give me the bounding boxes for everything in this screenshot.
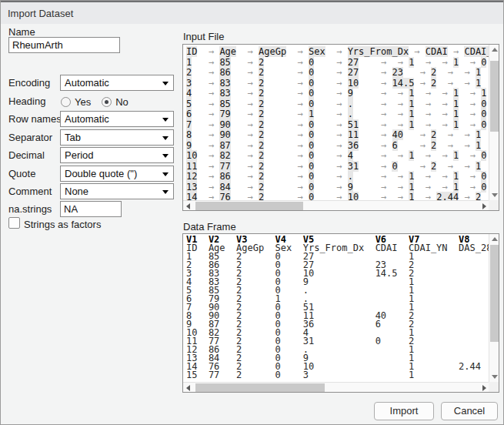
heading-radio-group: YesNo <box>61 95 129 109</box>
data-frame-box: V1 V2 V3 V4 V5 V6 V7 V8 ID Age AgeGp Sex… <box>182 233 499 393</box>
scroll-down-icon[interactable] <box>489 372 499 382</box>
input-file-text: ID → Age → AgeGp → Sex → Yrs_From_Dx → C… <box>183 45 489 200</box>
radio-label-yes: Yes <box>75 96 91 108</box>
quote-select[interactable]: Double quote (") <box>60 166 174 182</box>
encoding-select[interactable]: Automatic <box>60 75 174 91</box>
separator-select[interactable]: Tab <box>60 129 174 146</box>
radio-label-no: No <box>115 96 129 108</box>
dialog-titlebar: Import Dataset <box>1 1 503 24</box>
scroll-left-icon[interactable] <box>183 201 193 211</box>
vscrollbar-thumb[interactable] <box>490 61 499 132</box>
chevron-down-icon <box>162 190 169 194</box>
chevron-down-icon <box>162 118 169 122</box>
input-file-vscrollbar[interactable] <box>489 45 499 200</box>
scroll-left-icon[interactable] <box>183 383 193 393</box>
comment-select[interactable]: None <box>60 183 174 199</box>
input-file-box: ID → Age → AgeGp → Sex → Yrs_From_Dx → C… <box>182 44 499 211</box>
selected-option: Tab <box>65 132 81 143</box>
chevron-down-icon <box>162 172 169 176</box>
field-label-decimal: Decimal <box>8 149 45 161</box>
selected-option: Automatic <box>65 113 109 125</box>
radio-yes[interactable] <box>61 97 71 107</box>
selected-option: None <box>65 186 88 197</box>
scrollbar-corner <box>489 200 499 210</box>
radio-no[interactable] <box>102 97 112 107</box>
field-label-comment: Comment <box>8 186 52 197</box>
field-label-row-names: Row names <box>8 113 62 125</box>
field-label-encoding: Encoding <box>8 77 50 89</box>
name-label: Name <box>8 26 35 38</box>
selected-option: Period <box>65 149 94 161</box>
input-file-label: Input File <box>183 31 224 42</box>
chevron-down-icon <box>162 82 169 85</box>
chevron-down-icon <box>162 154 169 158</box>
field-label-heading: Heading <box>8 95 45 107</box>
field-label-na-strings: na.strings <box>8 203 52 215</box>
na-strings-input[interactable] <box>60 201 122 217</box>
scroll-right-icon[interactable] <box>479 383 489 393</box>
field-label-separator: Separator <box>8 132 52 143</box>
data-frame-vscrollbar[interactable] <box>489 234 499 382</box>
import-button[interactable]: Import <box>374 402 434 420</box>
hscrollbar-thumb[interactable] <box>195 383 325 392</box>
scroll-down-icon[interactable] <box>489 190 499 200</box>
data-frame-hscrollbar[interactable] <box>183 382 489 392</box>
scrollbar-corner <box>489 382 499 392</box>
dialog-title: Import Dataset <box>8 8 73 19</box>
strings-as-factors-checkbox[interactable] <box>8 217 20 229</box>
scroll-up-icon[interactable] <box>489 45 499 55</box>
vscrollbar-thumb[interactable] <box>490 245 499 342</box>
row-names-select[interactable]: Automatic <box>60 111 174 127</box>
scroll-right-icon[interactable] <box>479 201 489 211</box>
selected-option: Double quote (") <box>65 168 137 179</box>
selected-option: Automatic <box>65 77 109 89</box>
data-frame-text: V1 V2 V3 V4 V5 V6 V7 V8 ID Age AgeGp Sex… <box>183 234 489 382</box>
hscrollbar-thumb[interactable] <box>195 202 303 210</box>
scroll-up-icon[interactable] <box>489 234 499 244</box>
decimal-select[interactable]: Period <box>60 147 174 163</box>
cancel-button[interactable]: Cancel <box>441 402 498 420</box>
import-dataset-dialog: Import Dataset Name EncodingAutomaticHea… <box>0 0 504 425</box>
chevron-down-icon <box>162 136 169 140</box>
strings-as-factors-label: Strings as factors <box>24 219 101 230</box>
field-label-quote: Quote <box>8 168 35 179</box>
name-input[interactable] <box>8 37 120 53</box>
input-file-hscrollbar[interactable] <box>183 200 489 210</box>
data-frame-label: Data Frame <box>183 221 236 233</box>
